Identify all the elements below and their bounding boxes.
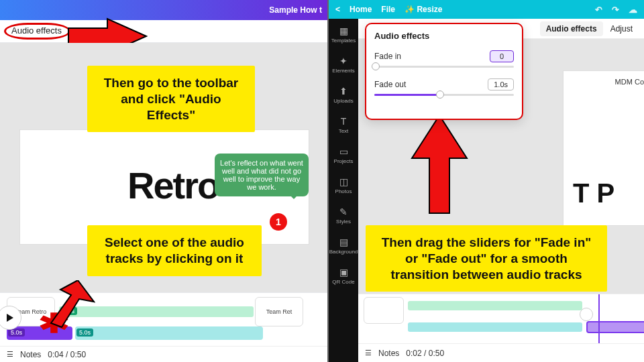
slide-page[interactable]: MDM Co T P xyxy=(564,71,644,225)
templates-icon: ▦ xyxy=(329,25,358,36)
sidebar-item-qrcode[interactable]: ▣QR Code xyxy=(329,260,358,290)
styles-icon: ✎ xyxy=(329,206,358,217)
mini-play-icon[interactable] xyxy=(580,308,593,321)
resize-menu[interactable]: ✨ Resize xyxy=(405,5,442,14)
sidebar-item-templates[interactable]: ▦Templates xyxy=(329,19,358,49)
sidebar-item-elements[interactable]: ✦Elements xyxy=(329,49,358,79)
notes-button[interactable]: Notes xyxy=(378,349,399,358)
audio-clip[interactable] xyxy=(408,322,582,332)
sidebar-item-styles[interactable]: ✎Styles xyxy=(329,200,358,230)
audio-clip-selected[interactable] xyxy=(586,321,644,333)
notes-icon: ☰ xyxy=(365,349,372,357)
sidebar-item-projects[interactable]: ▭Projects xyxy=(329,139,358,170)
panel-title: Audio effects xyxy=(374,31,514,41)
context-toolbar: Audio effects A xyxy=(0,20,327,43)
arrow-down-icon xyxy=(38,280,95,331)
projects-icon: ▭ xyxy=(329,146,358,157)
undo-icon[interactable]: ↶ xyxy=(595,5,602,15)
playhead-time: 0:04 / 0:50 xyxy=(48,350,86,359)
photos-icon: ◫ xyxy=(329,176,358,187)
timeline-thumb[interactable] xyxy=(364,297,404,324)
arrow-up-icon xyxy=(409,114,470,217)
window-header: Sample How t xyxy=(0,0,327,20)
fade-out-slider[interactable] xyxy=(374,94,514,96)
background-icon: ▤ xyxy=(329,237,358,247)
app-topbar: < Home File ✨ Resize ↶ ↷ ☁ xyxy=(329,0,644,19)
instruction-callout-2: Select one of the audio tracks by clicki… xyxy=(87,225,262,276)
right-screenshot: < Home File ✨ Resize ↶ ↷ ☁ Audio effects… xyxy=(329,0,644,362)
left-screenshot: Sample How t Audio effects A Retro Let's… xyxy=(0,0,329,362)
adjust-button[interactable]: Adjust xyxy=(604,21,639,36)
sidebar-item-background[interactable]: ▤Background xyxy=(329,230,358,260)
status-bar: ☰ Notes 0:04 / 0:50 xyxy=(0,346,327,362)
fade-out-label: Fade out xyxy=(374,80,406,89)
fade-out-value-input[interactable]: 1.0s xyxy=(488,78,514,90)
video-clip[interactable] xyxy=(408,301,582,310)
fade-in-value-input[interactable]: 0 xyxy=(490,50,514,62)
playhead-time: 0:02 / 0:50 xyxy=(406,349,444,358)
redo-icon[interactable]: ↷ xyxy=(612,5,619,15)
playhead[interactable] xyxy=(598,294,600,343)
svg-marker-1 xyxy=(51,280,94,327)
instruction-callout-3: Then drag the sliders for "Fade in" or "… xyxy=(366,225,607,292)
notes-icon: ☰ xyxy=(7,350,13,359)
audio-effects-button[interactable]: Audio effects xyxy=(540,21,603,36)
audio-effects-button[interactable]: Audio effects xyxy=(4,23,70,40)
corner-text: MDM Co xyxy=(570,78,644,86)
audio-clip[interactable]: 5.0s xyxy=(75,326,263,340)
qrcode-icon: ▣ xyxy=(329,267,358,278)
sidebar-item-text[interactable]: TText xyxy=(329,109,358,139)
status-bar: ☰ Notes 0:02 / 0:50 xyxy=(358,343,644,362)
retro-heading: Retro xyxy=(127,164,219,207)
timeline-thumb[interactable]: Team Ret xyxy=(255,297,303,326)
fade-in-label: Fade in xyxy=(374,52,401,61)
speech-bubble: Let's reflect on what went well and what… xyxy=(215,154,309,196)
notes-button[interactable]: Notes xyxy=(20,350,41,359)
timeline[interactable] xyxy=(358,294,644,343)
text-icon: T xyxy=(329,116,358,127)
elements-icon: ✦ xyxy=(329,56,358,66)
cloud-sync-icon[interactable]: ☁ xyxy=(629,5,637,15)
side-panel: ▦Templates ✦Elements ⬆Uploads TText ▭Pro… xyxy=(329,19,358,362)
instruction-callout-1: Then go to the toolbar and click "Audio … xyxy=(87,66,255,132)
sidebar-item-uploads[interactable]: ⬆Uploads xyxy=(329,79,358,109)
svg-marker-2 xyxy=(412,115,467,213)
audio-effects-panel: Audio effects Fade in 0 Fade out 1.0s xyxy=(365,23,523,120)
back-icon[interactable]: < xyxy=(335,5,340,14)
step-badge-1: 1 xyxy=(270,213,287,231)
sidebar-item-photos[interactable]: ◫Photos xyxy=(329,170,358,200)
file-menu[interactable]: File xyxy=(381,5,395,14)
uploads-icon: ⬆ xyxy=(329,86,358,97)
doc-title: Sample How t xyxy=(269,5,322,15)
fade-in-slider[interactable] xyxy=(374,66,514,68)
home-menu[interactable]: Home xyxy=(350,5,372,14)
large-heading-partial: T P xyxy=(573,181,614,205)
